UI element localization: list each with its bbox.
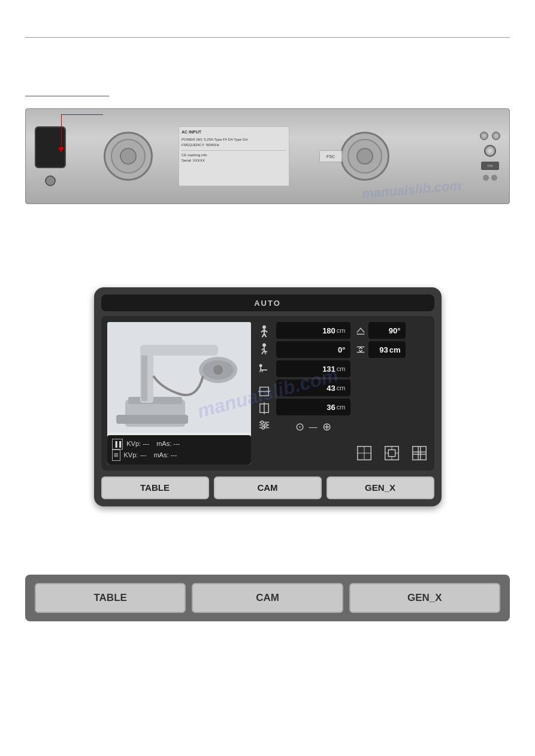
table-button-screen[interactable]: TABLE [101, 476, 209, 499]
field-height-param: 36 cm [276, 399, 350, 415]
right-values-column: 90° 93 cm [355, 322, 428, 464]
collimator-icons-row[interactable] [355, 444, 428, 464]
values-column: 180 cm 0° 131 cm 43 cm [276, 322, 350, 464]
xray-arm-visual [107, 322, 251, 433]
standalone-buttons-section: TABLE CAM GEN_X [25, 575, 510, 621]
sid-arrow-icon [355, 344, 366, 355]
device-image-section: AC INPUT POWER (W): 5.25A Type F4 DA Typ… [25, 96, 510, 209]
person-sitting-icon [257, 342, 271, 357]
svg-point-31 [264, 424, 267, 427]
xray-arm-area: ▐▐ KVp: --- mAs: --- ⊞ KVp: --- mAs: --- [107, 322, 251, 464]
svg-point-32 [261, 426, 264, 429]
minus-circle-icon[interactable]: ⊙ [295, 420, 304, 433]
kvp-row-1: ▐▐ KVp: --- mAs: --- [112, 439, 246, 450]
height-param: 180 cm [276, 322, 350, 339]
screen-top-bar: AUTO [101, 294, 434, 311]
gen-x-button-standalone[interactable]: GEN_X [349, 583, 500, 613]
collimator-preset-3[interactable] [410, 444, 428, 464]
cam-button-standalone[interactable]: CAM [192, 583, 343, 613]
screen-content: ▐▐ KVp: --- mAs: --- ⊞ KVp: --- mAs: --- [101, 316, 434, 470]
svg-line-15 [264, 333, 266, 337]
icon-column [257, 322, 271, 464]
svg-line-17 [261, 351, 264, 354]
patient-height-param: 131 cm [276, 360, 350, 377]
plus-circle-icon[interactable]: ⊕ [322, 420, 331, 433]
device-back-panel: AC INPUT POWER (W): 5.25A Type F4 DA Typ… [25, 108, 510, 204]
top-rule [25, 37, 510, 38]
cam-button-screen[interactable]: CAM [214, 476, 322, 499]
sid-param: 93 cm [368, 341, 406, 358]
svg-point-8 [213, 365, 223, 375]
svg-rect-40 [388, 450, 395, 456]
svg-point-30 [261, 421, 264, 424]
person-standing-icon [257, 324, 271, 339]
screen-buttons[interactable]: TABLE CAM GEN_X [101, 476, 434, 499]
section-underline [25, 96, 109, 96]
control-screen: AUTO [94, 287, 442, 506]
svg-point-20 [259, 364, 262, 367]
svg-rect-9 [116, 415, 188, 424]
kvp-readout: ▐▐ KVp: --- mAs: --- ⊞ KVp: --- mAs: --- [107, 435, 251, 464]
svg-point-16 [262, 343, 266, 347]
control-screen-section: AUTO [25, 287, 510, 506]
table-button-standalone[interactable]: TABLE [35, 583, 186, 613]
svg-rect-5 [140, 345, 218, 356]
angle2-param: 90° [368, 322, 406, 339]
collimator-preset-2[interactable] [383, 444, 401, 464]
kvp-row-2: ⊞ KVp: --- mAs: --- [112, 450, 246, 460]
collimator-control-row: ⊙ — ⊕ [276, 420, 350, 433]
xray-arm-svg [107, 322, 251, 433]
angle-param: 0° [276, 341, 350, 358]
gen-x-button-screen[interactable]: GEN_X [327, 476, 434, 499]
svg-rect-45 [412, 447, 426, 460]
collimator-dash: — [309, 422, 318, 432]
collimator-preset-1[interactable] [355, 444, 373, 464]
standalone-bar: TABLE CAM GEN_X [25, 575, 510, 621]
field-height-icon [257, 401, 271, 415]
filter-icon [257, 418, 271, 432]
person-lying-icon [257, 360, 271, 375]
svg-line-21 [259, 370, 261, 372]
auto-label: AUTO [254, 299, 281, 308]
angle-arrow-icon [355, 325, 366, 336]
svg-point-10 [262, 325, 266, 329]
params-area: 180 cm 0° 131 cm 43 cm [257, 322, 428, 464]
field-width-icon [257, 384, 271, 399]
svg-rect-2 [128, 397, 182, 404]
field-width-param: 43 cm [276, 379, 350, 396]
